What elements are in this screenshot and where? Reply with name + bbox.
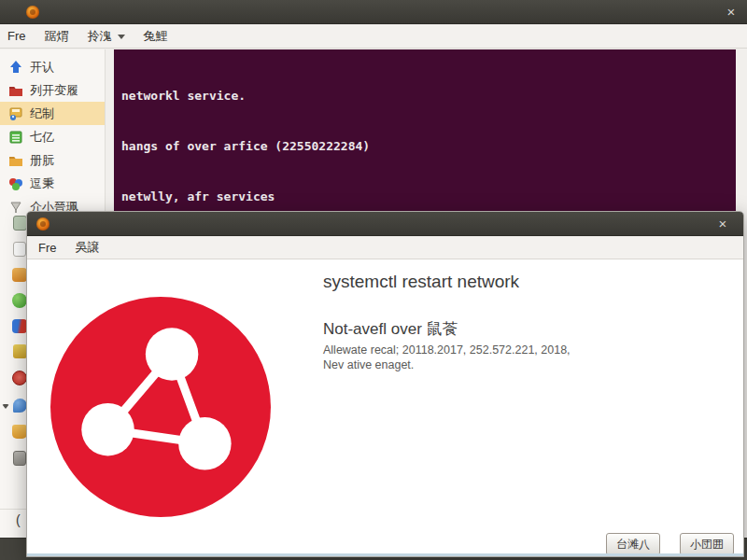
sidebar-item-label: 列开变履: [30, 82, 78, 99]
dialog-body-line2: Nev ative enaget.: [323, 358, 414, 371]
app-icon: [26, 6, 39, 19]
bag-orange-icon[interactable]: [12, 425, 27, 439]
sidebar-item-label: 七亿: [30, 129, 54, 146]
shapes-icon: [8, 176, 23, 191]
pin-icon: [8, 200, 23, 215]
terminal-line: networkl service.: [121, 88, 728, 105]
menu-item-file[interactable]: Fre: [27, 237, 66, 259]
arrow-up-icon: [8, 60, 23, 75]
list-green-icon: [8, 130, 23, 145]
menu-item-3[interactable]: 拎溾: [78, 24, 121, 49]
chevron-down-icon: [118, 35, 125, 39]
folder-yellow-icon: [8, 153, 23, 168]
sidebar-item-label: 纪制: [30, 105, 54, 122]
dialog-body-line1: Allewate recal; 20118.2017, 252.572.221,…: [323, 343, 571, 357]
app-icon: [36, 217, 49, 231]
close-icon[interactable]: ×: [713, 215, 732, 233]
save-icon: [8, 106, 23, 121]
dialog-subheading: Not-avefl over 鼠䓹: [323, 318, 458, 340]
globe-green-icon[interactable]: [12, 293, 27, 308]
dialog-button-secondary[interactable]: 台滩八: [606, 533, 660, 555]
folder-red-icon: [8, 83, 23, 98]
sidebar-item-label: 册朊: [30, 152, 54, 169]
sidebar-item-selected[interactable]: 纪制: [0, 102, 105, 125]
card-gray-icon[interactable]: [13, 451, 26, 466]
menu-item-2[interactable]: 吳譲: [66, 235, 109, 259]
sidebar-item-shapes[interactable]: 逗秉: [0, 172, 105, 195]
terminal-line: hangs of over arfice (22550222284): [121, 138, 728, 155]
sidebar-item-yellowfolder[interactable]: 册朊: [0, 148, 105, 172]
menu-item-file[interactable]: Fre: [0, 25, 35, 47]
window2-titlebar[interactable]: ×: [27, 212, 743, 236]
palette-icon[interactable]: [12, 319, 27, 333]
clipboard-icon[interactable]: [13, 216, 27, 231]
window1-menubar: Fre 踞煟 拎溾 兔鯉: [0, 24, 747, 49]
network-dialog-window: × Fre 吳譲 systemctl restart network Not-a…: [26, 211, 744, 557]
terminal-line: netwlly, afr services: [121, 189, 728, 205]
sidebar-status-text: (: [16, 512, 21, 527]
sidebar-item-label: 开认: [30, 59, 54, 76]
window2-menubar: Fre 吳譲: [27, 236, 743, 259]
close-icon[interactable]: ×: [722, 3, 740, 21]
sidebar-item-label: 逗秉: [30, 175, 54, 192]
dialog-heading: systemctl restart network: [323, 272, 519, 292]
menu-item-4[interactable]: 兔鯉: [134, 24, 177, 49]
desktop: × Fre 踞煟 拎溾 兔鯉 开认 列开变履 纪制: [0, 0, 747, 560]
sidebar-item-up[interactable]: 开认: [0, 55, 105, 78]
chat-blue-icon[interactable]: [13, 399, 27, 413]
dialog-button-primary[interactable]: 小団囲: [680, 533, 734, 555]
network-icon: [48, 294, 274, 520]
menu-item-2[interactable]: 踞煟: [35, 24, 78, 49]
window1-titlebar[interactable]: ×: [0, 0, 747, 24]
sidebar-item-redfolder[interactable]: 列开变履: [0, 78, 105, 102]
badge-red-icon[interactable]: [12, 371, 27, 385]
sidebar-item-list[interactable]: 七亿: [0, 125, 105, 148]
chevron-down-icon[interactable]: [2, 404, 9, 409]
boot-yellow-icon[interactable]: [13, 344, 27, 358]
blank-page-icon[interactable]: [13, 242, 26, 257]
tool-orange-icon[interactable]: [12, 268, 27, 282]
window2-bottom-edge: [27, 553, 743, 556]
